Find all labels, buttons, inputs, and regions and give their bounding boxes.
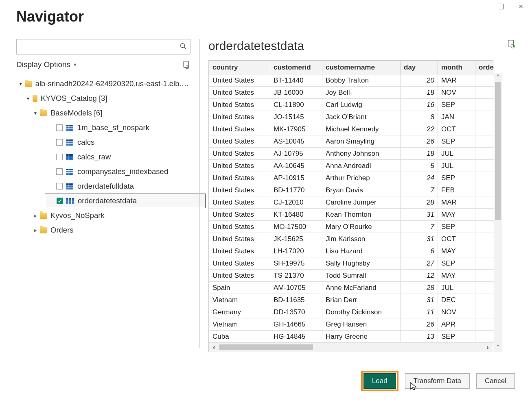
transform-data-button[interactable]: Transform Data (405, 373, 470, 389)
column-header[interactable]: day (401, 61, 438, 74)
vertical-scrollbar[interactable]: ˄ ˅ (494, 73, 502, 352)
pane-divider[interactable] (199, 39, 200, 348)
column-header[interactable]: month (438, 61, 475, 74)
search-icon[interactable] (180, 43, 187, 51)
horizontal-scrollbar[interactable]: ‹ › (209, 343, 493, 352)
table-row[interactable]: United StatesMO-17500Mary O'Rourke7SEP (209, 221, 494, 233)
folder-icon (40, 213, 47, 219)
table-cell: Harry Greene (322, 331, 401, 343)
table-row[interactable]: United StatesCJ-12010Caroline Jumper28MA… (209, 196, 494, 209)
tree-node-table[interactable]: calcs_raw (16, 150, 191, 164)
table-cell: MAR (438, 196, 475, 209)
column-header[interactable]: customerid (270, 61, 322, 74)
checkbox[interactable] (56, 124, 63, 131)
table-row[interactable]: United StatesAP-10915Arthur Prichep24SEP (209, 172, 494, 184)
load-button[interactable]: Load (363, 373, 396, 389)
table-row[interactable]: United StatesJK-15625Jim Karlsson31OCT (209, 233, 494, 245)
tree-node-folder[interactable]: Orders (16, 223, 191, 237)
table-cell: Anthony Johnson (322, 148, 401, 160)
tree-node-root[interactable]: alb-srinadh20242-624920320.us-east-1.elb… (16, 76, 191, 91)
table-cell: JAN (438, 111, 475, 123)
scroll-left-arrow[interactable]: ‹ (209, 343, 219, 352)
close-button[interactable]: ✕ (517, 2, 525, 11)
search-field[interactable] (16, 39, 190, 54)
table-cell: MK-17905 (270, 123, 322, 135)
table-icon (66, 183, 73, 189)
table-cell: United States (209, 209, 270, 221)
table-row[interactable]: CubaHG-14845Harry Greene13SEP (209, 331, 494, 343)
table-cell: Arthur Prichep (322, 172, 401, 184)
table-row[interactable]: United StatesKT-16480Kean Thornton31MAY (209, 209, 494, 221)
table-row[interactable]: United StatesJB-16000Joy Bell-18NOV (209, 87, 494, 99)
checkbox[interactable] (56, 183, 63, 189)
column-header[interactable]: country (209, 61, 270, 74)
scroll-down-arrow[interactable]: ˅ (497, 344, 499, 352)
checkbox[interactable] (56, 139, 63, 146)
table-row[interactable]: United StatesAJ-10795Anthony Johnson18JU… (209, 148, 494, 160)
caret-icon[interactable] (33, 227, 38, 233)
column-header[interactable]: customername (322, 61, 401, 74)
tree-label: BaseModels [6] (50, 109, 103, 118)
tree-node-folder[interactable]: Kyvos_NoSpark (16, 208, 191, 223)
table-cell: 7 (401, 221, 438, 233)
table-cell: 31 (401, 209, 438, 221)
table-row[interactable]: GermanyDD-13570Dorothy Dickinson11NOV (209, 306, 494, 318)
checkbox[interactable] (56, 154, 63, 160)
cancel-button[interactable]: Cancel (476, 373, 515, 389)
vertical-scroll-thumb[interactable] (495, 82, 501, 220)
tree-node-table[interactable]: orderdatefulldata (16, 179, 191, 194)
table-row[interactable]: United StatesBT-11440Bobby Trafton20MAR (209, 74, 494, 87)
table-cell (475, 233, 494, 245)
refresh-preview-icon[interactable] (507, 39, 516, 50)
column-header[interactable]: order (475, 61, 494, 74)
maximize-button[interactable] (496, 2, 505, 11)
tree-node-table-selected[interactable]: orderdatetestdata (45, 194, 206, 208)
table-row[interactable]: United StatesCL-11890Carl Ludwig16SEP (209, 99, 494, 111)
table-row[interactable]: SpainAM-10705Anne McFarland28JUL (209, 282, 494, 294)
table-icon (66, 198, 74, 204)
table-cell: SEP (438, 257, 475, 270)
table-row[interactable]: United StatesJO-15145Jack O'Briant8JAN (209, 111, 494, 123)
tree-node-basemodels[interactable]: BaseModels [6] (16, 106, 191, 120)
table-cell (475, 306, 494, 318)
tree-node-table[interactable]: 1m_base_sf_nospark (16, 120, 191, 135)
display-options-dropdown[interactable]: Display Options ▼ (16, 60, 77, 69)
caret-icon[interactable] (18, 81, 23, 87)
table-row[interactable]: United StatesAA-10645Anna Andreadi5JUL (209, 160, 494, 172)
tree-label: 1m_base_sf_nospark (77, 123, 149, 132)
table-cell: KT-16480 (270, 209, 322, 221)
search-input[interactable] (17, 39, 190, 54)
tree-label: KYVOS_Catalog [3] (41, 94, 107, 103)
checkbox[interactable] (56, 168, 63, 175)
table-row[interactable]: United StatesSH-19975Sally Hughsby27SEP (209, 257, 494, 270)
table-cell (475, 331, 494, 343)
table-row[interactable]: United StatesTS-21370Todd Sumrall12MAY (209, 270, 494, 282)
scroll-up-arrow[interactable]: ˄ (497, 73, 499, 81)
folder-icon (40, 110, 47, 116)
table-cell: 26 (401, 318, 438, 331)
table-cell: BT-11440 (270, 74, 322, 87)
table-cell: AP-10915 (270, 172, 322, 184)
table-row[interactable]: United StatesLH-17020Lisa Hazard6MAY (209, 245, 494, 257)
table-row[interactable]: United StatesAS-10045Aaron Smayling26SEP (209, 135, 494, 148)
caret-icon[interactable] (33, 110, 38, 116)
display-options-label: Display Options (16, 60, 70, 69)
tree-node-table[interactable]: calcs (16, 135, 191, 150)
tree-node-table[interactable]: companysales_indexbased (16, 164, 191, 179)
table-cell (475, 123, 494, 135)
caret-icon[interactable] (25, 96, 31, 101)
table-cell: 12 (401, 270, 438, 282)
table-cell: SH-19975 (270, 257, 322, 270)
caret-icon[interactable] (33, 213, 38, 218)
table-row[interactable]: United StatesBD-11770Bryan Davis7FEB (209, 184, 494, 196)
scroll-right-arrow[interactable]: › (482, 343, 493, 352)
tree-node-catalog[interactable]: KYVOS_Catalog [3] (16, 91, 191, 106)
checkbox-checked[interactable] (57, 198, 63, 204)
horizontal-scroll-thumb[interactable] (219, 344, 313, 350)
table-row[interactable]: United StatesMK-17905Michael Kennedy22OC… (209, 123, 494, 135)
table-cell: United States (209, 123, 270, 135)
table-row[interactable]: VietnamGH-14665Greg Hansen26APR (209, 318, 494, 331)
refresh-icon[interactable] (182, 60, 190, 69)
table-row[interactable]: VietnamBD-11635Brian Derr31DEC (209, 294, 494, 306)
tree-label: orderdatefulldata (77, 182, 134, 191)
